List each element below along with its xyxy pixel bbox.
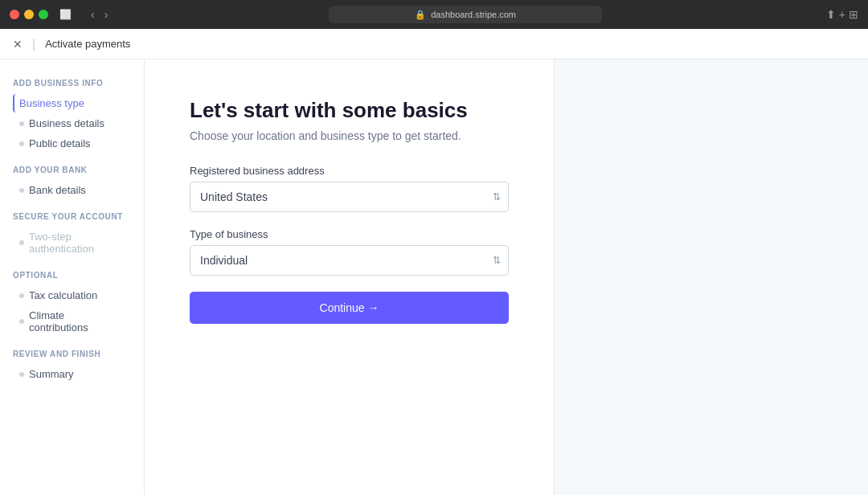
address-bar[interactable]: 🔒 dashboard.stripe.com — [329, 6, 602, 23]
address-select[interactable]: United States United Kingdom Canada Aust… — [190, 182, 509, 212]
business-type-field-label: Type of business — [190, 228, 509, 240]
fullscreen-traffic-light[interactable] — [39, 10, 48, 19]
sidebar-dot-tax — [19, 293, 24, 298]
sidebar-item-tax-calculation[interactable]: Tax calculation — [13, 286, 131, 305]
sidebar-section-review: REVIEW AND FINISH — [13, 350, 131, 358]
sidebar-section-secure-account: SECURE YOUR ACCOUNT — [13, 212, 131, 221]
sidebar: ADD BUSINESS INFO Business type Business… — [0, 59, 145, 495]
forward-button[interactable]: › — [101, 6, 112, 22]
sidebar-dot-bank-details — [19, 188, 24, 193]
close-traffic-light[interactable] — [10, 10, 19, 19]
sidebar-item-bank-details[interactable]: Bank details — [13, 181, 131, 199]
browser-actions: ⬆ + ⊞ — [826, 8, 858, 21]
close-tab-button[interactable]: ✕ — [13, 38, 23, 51]
grid-button[interactable]: ⊞ — [849, 8, 858, 21]
sidebar-item-climate-label: Climate contributions — [29, 309, 125, 333]
back-button[interactable]: ‹ — [88, 6, 98, 22]
sidebar-dot-public-details — [19, 141, 24, 146]
sidebar-item-business-type[interactable]: Business type — [13, 94, 131, 112]
window-layout-button[interactable]: ⬜ — [56, 7, 75, 22]
form-subtitle: Choose your location and business type t… — [190, 129, 509, 142]
topbar: ✕ | Activate payments — [0, 29, 868, 59]
address-bar-wrapper: 🔒 dashboard.stripe.com — [117, 6, 813, 23]
business-type-select[interactable]: Individual Company Non-profit Government… — [190, 245, 509, 276]
continue-button[interactable]: Continue → — [190, 292, 509, 324]
address-select-wrapper: United States United Kingdom Canada Aust… — [190, 182, 509, 212]
business-select-wrapper: Individual Company Non-profit Government… — [190, 245, 509, 276]
sidebar-item-summary-label: Summary — [29, 368, 74, 380]
sidebar-dot-summary — [19, 372, 24, 377]
address-field-label: Registered business address — [190, 165, 509, 177]
share-button[interactable]: ⬆ — [826, 8, 836, 21]
new-tab-button[interactable]: + — [839, 8, 845, 21]
form-panel: Let's start with some basics Choose your… — [145, 59, 555, 495]
sidebar-section-optional: OPTIONAL — [13, 271, 131, 280]
sidebar-item-two-step-label: Two-step authentication — [29, 231, 125, 255]
browser-nav: ‹ › — [88, 6, 111, 22]
sidebar-item-business-details-label: Business details — [29, 117, 104, 129]
content-area: Let's start with some basics Choose your… — [145, 59, 868, 495]
business-type-field-group: Type of business Individual Company Non-… — [190, 228, 509, 276]
sidebar-item-climate[interactable]: Climate contributions — [13, 306, 131, 337]
sidebar-item-tax-label: Tax calculation — [29, 289, 97, 301]
address-field-group: Registered business address United State… — [190, 165, 509, 212]
sidebar-item-business-details[interactable]: Business details — [13, 114, 131, 133]
lock-icon: 🔒 — [415, 10, 426, 20]
sidebar-item-business-type-label: Business type — [19, 97, 84, 109]
traffic-lights — [10, 10, 48, 19]
browser-chrome: ⬜ ‹ › 🔒 dashboard.stripe.com ⬆ + ⊞ — [0, 0, 868, 29]
topbar-title: Activate payments — [45, 38, 130, 50]
sidebar-item-public-details-label: Public details — [29, 137, 91, 149]
right-panel — [555, 59, 868, 495]
sidebar-dot-two-step — [19, 240, 24, 245]
form-title: Let's start with some basics — [190, 98, 509, 123]
sidebar-dot-business-details — [19, 121, 24, 126]
main-layout: ADD BUSINESS INFO Business type Business… — [0, 59, 868, 495]
sidebar-item-bank-details-label: Bank details — [29, 184, 86, 196]
sidebar-item-summary[interactable]: Summary — [13, 365, 131, 383]
minimize-traffic-light[interactable] — [24, 10, 34, 19]
url-text: dashboard.stripe.com — [431, 10, 516, 19]
topbar-divider: | — [32, 37, 35, 51]
sidebar-section-add-business-info: ADD BUSINESS INFO — [13, 79, 131, 88]
sidebar-section-add-bank: ADD YOUR BANK — [13, 166, 131, 174]
sidebar-item-public-details[interactable]: Public details — [13, 134, 131, 153]
sidebar-item-two-step: Two-step authentication — [13, 227, 131, 258]
sidebar-dot-climate — [19, 319, 24, 324]
